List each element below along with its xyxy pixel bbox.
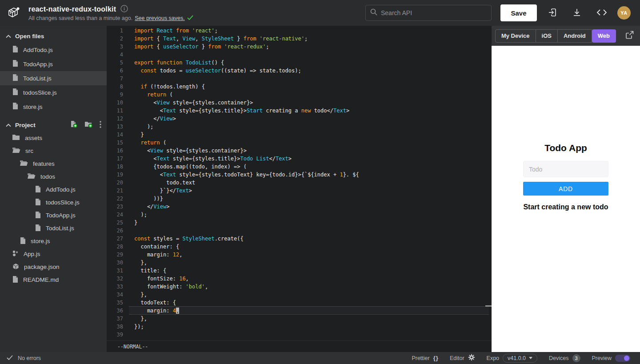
code-line-37[interactable]: 37 }, <box>107 315 492 323</box>
code-line-13[interactable]: 13 ); <box>107 123 492 131</box>
open-file-item-todosslice-js[interactable]: todosSlice.js <box>0 85 107 100</box>
code-line-1[interactable]: 1import React from 'react'; <box>107 27 492 35</box>
code-line-34[interactable]: 34 }, <box>107 291 492 299</box>
tree-item-todosslice-js[interactable]: todosSlice.js <box>0 196 107 209</box>
run-on-device-button[interactable] <box>545 5 561 21</box>
tree-item-todoapp-js[interactable]: TodoApp.js <box>0 209 107 222</box>
expo-version-dropdown[interactable]: v41.0.0 <box>503 354 537 363</box>
device-tab-ios[interactable]: iOS <box>536 29 558 43</box>
file-icon <box>35 199 41 207</box>
search-api-input[interactable] <box>381 9 487 16</box>
code-line-12[interactable]: 12 </View> <box>107 115 492 123</box>
code-line-26[interactable]: 26 <box>107 227 492 235</box>
tree-item-todos[interactable]: todos <box>0 170 107 183</box>
tree-item-addtodo-js[interactable]: AddTodo.js <box>0 183 107 196</box>
code-line-33[interactable]: 33 fontWeight: 'bold', <box>107 283 492 291</box>
add-todo-button[interactable]: ADD <box>523 182 608 196</box>
editor-settings-button[interactable]: Editor <box>446 354 479 362</box>
avatar[interactable]: YA <box>617 6 631 20</box>
code-line-4[interactable]: 4 <box>107 51 492 59</box>
sidebar: Open files AddTodo.jsTodoApp.jsTodoList.… <box>0 26 107 352</box>
tree-item-package-json[interactable]: package.json <box>0 260 107 273</box>
preview-toggle[interactable] <box>615 355 630 362</box>
code-line-25[interactable]: 25} <box>107 219 492 227</box>
folder-open-icon <box>12 147 20 155</box>
tree-item-todolist-js[interactable]: TodoList.js <box>0 222 107 235</box>
code-line-20[interactable]: 20 todo.text <box>107 179 492 187</box>
tree-item-features[interactable]: features <box>0 157 107 170</box>
save-button[interactable]: Save <box>500 4 537 21</box>
open-file-item-todoapp-js[interactable]: TodoApp.js <box>0 57 107 71</box>
new-file-button[interactable] <box>70 120 78 129</box>
code-line-11[interactable]: 11 <Text style={styles.title}>Start crea… <box>107 107 492 115</box>
download-button[interactable] <box>569 5 585 21</box>
project-title[interactable]: react-native-redux-toolkit <box>28 5 116 13</box>
previous-saves-link[interactable]: See previous saves. <box>135 15 185 21</box>
open-in-new-window-button[interactable] <box>625 31 634 41</box>
code-line-23[interactable]: 23 </View> <box>107 203 492 211</box>
code-line-16[interactable]: 16 <View style={styles.container}> <box>107 147 492 155</box>
code-line-19[interactable]: 19 <Text style={styles.todoText} key={to… <box>107 171 492 179</box>
code-line-31[interactable]: 31 title: { <box>107 267 492 275</box>
info-icon[interactable] <box>120 5 128 14</box>
vim-mode-indicator: --NORMAL-- <box>117 344 148 350</box>
code-line-32[interactable]: 32 fontSize: 16, <box>107 275 492 283</box>
code-line-6[interactable]: 6 const todos = useSelector((state) => s… <box>107 67 492 75</box>
code-line-21[interactable]: 21 }`}</Text> <box>107 187 492 195</box>
code-line-39[interactable]: 39 <box>107 331 492 339</box>
code-line-24[interactable]: 24 ); <box>107 211 492 219</box>
snack-logo-icon[interactable] <box>5 4 22 21</box>
line-number: 18 <box>107 163 123 171</box>
tree-item-store-js[interactable]: store.js <box>0 235 107 248</box>
open-file-item-todolist-js[interactable]: TodoList.js <box>0 71 107 85</box>
code-line-22[interactable]: 22 ))} <box>107 195 492 203</box>
device-tab-web[interactable]: Web <box>592 29 616 43</box>
code-line-10[interactable]: 10 <View style={styles.container}> <box>107 99 492 107</box>
code-line-17[interactable]: 17 <Text style={styles.title}>Todo List<… <box>107 155 492 163</box>
code-line-28[interactable]: 28 container: { <box>107 243 492 251</box>
tree-item-app-js[interactable]: App.js <box>0 248 107 260</box>
code-line-18[interactable]: 18 {todos.map((todo, index) => ( <box>107 163 492 171</box>
code-line-2[interactable]: 2import { Text, View, StyleSheet } from … <box>107 35 492 43</box>
line-number: 19 <box>107 171 123 179</box>
folder-closed-icon <box>12 134 20 142</box>
tree-item-assets[interactable]: assets <box>0 132 107 144</box>
code-line-8[interactable]: 8 if (!todos.length) { <box>107 83 492 91</box>
project-section-header[interactable]: Project <box>0 118 107 132</box>
code-line-3[interactable]: 3import { useSelector } from 'react-redu… <box>107 43 492 51</box>
embed-code-icon <box>596 8 607 18</box>
open-files-label: Open files <box>15 33 44 40</box>
open-files-section-header[interactable]: Open files <box>0 29 107 43</box>
code-line-27[interactable]: 27const styles = StyleSheet.create({ <box>107 235 492 243</box>
code-line-29[interactable]: 29 margin: 12, <box>107 251 492 259</box>
line-text: <Text style={styles.title}>Todo List</Te… <box>134 155 292 163</box>
project-menu-button[interactable] <box>100 121 101 129</box>
prettier-button[interactable]: Prettier { } <box>408 355 442 361</box>
device-tab-my-device[interactable]: My Device <box>495 29 536 43</box>
device-tab-android[interactable]: Android <box>558 29 592 43</box>
code-line-30[interactable]: 30 }, <box>107 259 492 267</box>
todo-input[interactable] <box>523 161 608 177</box>
line-number: 7 <box>107 75 123 83</box>
open-file-item-store-js[interactable]: store.js <box>0 100 107 114</box>
code-editor[interactable]: 1import React from 'react';2import { Tex… <box>107 26 492 352</box>
code-line-36[interactable]: 36 margin: 4, <box>107 307 492 315</box>
open-file-item-addtodo-js[interactable]: AddTodo.js <box>0 43 107 57</box>
new-folder-button[interactable] <box>84 120 93 129</box>
code-line-38[interactable]: 38}); <box>107 323 492 331</box>
embed-code-button[interactable] <box>594 5 610 21</box>
search-api-box[interactable] <box>365 5 492 21</box>
tree-item-readme-md[interactable]: README.md <box>0 273 107 286</box>
line-text: import React from 'react'; <box>134 27 218 35</box>
line-number: 12 <box>107 115 123 123</box>
code-line-5[interactable]: 5export function TodoList() { <box>107 59 492 67</box>
code-line-35[interactable]: 35 todoText: { <box>107 299 492 307</box>
devices-button[interactable]: Devices 3 <box>545 354 584 362</box>
code-area[interactable]: 1import React from 'react';2import { Tex… <box>107 26 492 340</box>
code-line-15[interactable]: 15 return ( <box>107 139 492 147</box>
code-line-7[interactable]: 7 <box>107 75 492 83</box>
tree-item-src[interactable]: src <box>0 144 107 157</box>
code-line-9[interactable]: 9 return ( <box>107 91 492 99</box>
code-line-14[interactable]: 14 } <box>107 131 492 139</box>
line-number: 20 <box>107 179 123 187</box>
